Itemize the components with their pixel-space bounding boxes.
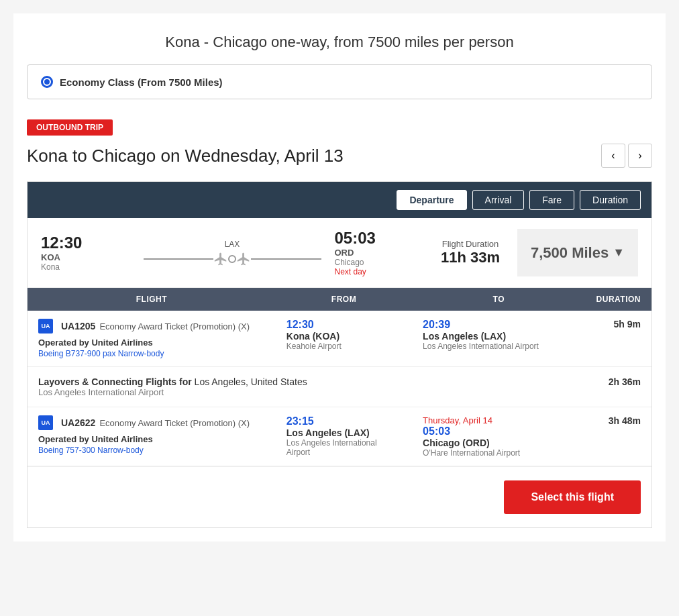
flight-info-1: UA UA1205 Economy Award Ticket (Promotio… (28, 311, 276, 367)
from-1: 12:30 Kona (KOA) Keahole Airport (276, 311, 412, 367)
duration-label: Flight Duration (423, 239, 517, 249)
details-table: FLIGHT FROM TO DURATION UA UA1205 Econom… (28, 288, 651, 466)
duration-value: 11h 33m (423, 249, 517, 266)
from-time-2: 23:15 (286, 415, 401, 427)
outbound-badge: OUTBOUND TRIP (27, 119, 113, 136)
to-terminal-1: Los Angeles International Airport (423, 342, 574, 351)
operated-by-1: Operated by United Airlines (38, 338, 265, 348)
sort-duration[interactable]: Duration (580, 190, 641, 210)
to-1: 20:39 Los Angeles (LAX) Los Angeles Inte… (412, 311, 585, 367)
thursday-label: Thursday, April 14 (423, 415, 574, 425)
flight-num-2: UA2622 (61, 417, 95, 428)
airline-logo-2: UA (38, 415, 53, 430)
header-to: TO (412, 288, 585, 311)
to-airport-2: Chicago (ORD) (423, 438, 574, 448)
ticket-type-1: Economy Award Ticket (Promotion) (X) (99, 321, 250, 331)
select-flight-button[interactable]: Select this flight (504, 480, 641, 514)
from-terminal-1: Keahole Airport (286, 342, 401, 351)
main-container: Kona - Chicago one-way, from 7500 miles … (13, 13, 666, 542)
ticket-type-2: Economy Award Ticket (Promotion) (X) (99, 418, 250, 428)
route-visual (144, 252, 321, 266)
chevron-down-icon: ▼ (613, 246, 625, 260)
from-terminal-2: Los Angeles International Airport (286, 438, 401, 457)
from-2: 23:15 Los Angeles (LAX) Los Angeles Inte… (276, 407, 412, 466)
from-airport-2: Los Angeles (LAX) (286, 427, 401, 438)
to-terminal-2: O'Hare International Airport (423, 448, 574, 458)
stopover-label: LAX (225, 240, 240, 249)
aircraft-link-2[interactable]: Boeing 757-300 Narrow-body (38, 446, 144, 455)
class-label: Economy Class (From 7500 Miles) (60, 76, 223, 88)
layover-info: Layovers & Connecting Flights for Los An… (28, 367, 586, 407)
header-from: FROM (276, 288, 412, 311)
miles-section[interactable]: 7,500 Miles ▼ (517, 229, 638, 276)
layover-location: Los Angeles, United States (195, 376, 307, 387)
depart-info: 12:30 KOA Kona (41, 234, 130, 272)
depart-code: KOA (41, 252, 130, 262)
route-line: LAX (130, 240, 335, 266)
duration-1: 5h 9m (586, 311, 651, 367)
airline-logo-1: UA (38, 319, 53, 333)
to-2: Thursday, April 14 05:03 Chicago (ORD) O… (412, 407, 585, 466)
page-title: Kona - Chicago one-way, from 7500 miles … (20, 27, 659, 64)
line-left (144, 258, 214, 260)
flight-duration: Flight Duration 11h 33m (423, 239, 517, 266)
sort-fare[interactable]: Fare (529, 190, 574, 210)
header-flight: FLIGHT (28, 288, 276, 311)
sort-departure[interactable]: Departure (397, 190, 466, 210)
depart-time: 12:30 (41, 234, 130, 252)
depart-name: Kona (41, 262, 130, 272)
from-airport-1: Kona (KOA) (286, 331, 401, 342)
nav-buttons: ‹ › (601, 144, 652, 168)
plane-icon-left (213, 252, 228, 266)
sort-arrival[interactable]: Arrival (472, 190, 525, 210)
layover-sub: Los Angeles International Airport (38, 387, 575, 397)
aircraft-link-1[interactable]: Boeing B737-900 pax Narrow-body (38, 349, 164, 358)
to-time-2: 05:03 (423, 425, 574, 438)
to-time-1: 20:39 (423, 319, 574, 331)
layover-title: Layovers & Connecting Flights for Los An… (38, 376, 575, 387)
stop-dot (228, 255, 236, 263)
radio-inner (44, 79, 50, 85)
from-time-1: 12:30 (286, 319, 401, 331)
arrive-time: 05:03 (335, 229, 424, 248)
table-row: UA UA1205 Economy Award Ticket (Promotio… (28, 311, 651, 367)
layover-row: Layovers & Connecting Flights for Los An… (28, 367, 651, 407)
to-airport-1: Los Angeles (LAX) (423, 331, 574, 342)
arrive-code: ORD (335, 248, 424, 258)
duration-2: 3h 48m (586, 407, 651, 466)
table-header-row: FLIGHT FROM TO DURATION (28, 288, 651, 311)
flight-summary: 12:30 KOA Kona LAX 05:03 ORD (28, 218, 651, 288)
flight-card: Departure Arrival Fare Duration 12:30 KO… (27, 181, 652, 528)
sort-bar: Departure Arrival Fare Duration (28, 182, 651, 218)
trip-header: Kona to Chicago on Wednesday, April 13 ‹… (20, 141, 659, 181)
arrive-info: 05:03 ORD Chicago Next day (335, 229, 424, 276)
flight-info-2: UA UA2622 Economy Award Ticket (Promotio… (28, 407, 276, 466)
select-row: Select this flight (28, 466, 651, 527)
table-row: UA UA2622 Economy Award Ticket (Promotio… (28, 407, 651, 466)
trip-title: Kona to Chicago on Wednesday, April 13 (27, 146, 344, 166)
miles-value: 7,500 Miles (531, 244, 609, 262)
plane-icon-right (236, 252, 251, 266)
arrive-name: Chicago (335, 258, 424, 267)
radio-economy[interactable] (41, 76, 53, 88)
layover-duration: 2h 36m (586, 367, 651, 407)
next-day-label: Next day (335, 267, 424, 276)
operated-by-2: Operated by United Airlines (38, 434, 265, 444)
class-selector[interactable]: Economy Class (From 7500 Miles) (27, 64, 652, 99)
flight-num-1: UA1205 (61, 321, 95, 331)
next-button[interactable]: › (628, 144, 652, 168)
line-right (251, 258, 321, 260)
header-duration: DURATION (586, 288, 651, 311)
prev-button[interactable]: ‹ (601, 144, 625, 168)
